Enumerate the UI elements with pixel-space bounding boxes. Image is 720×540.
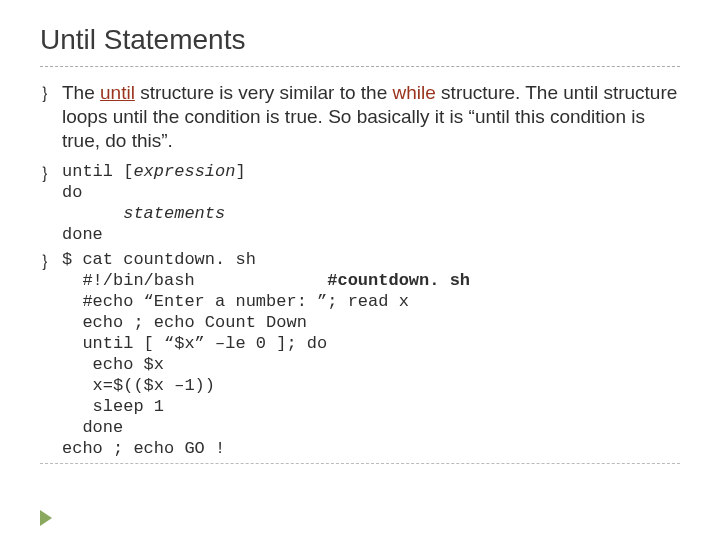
- code-line: sleep 1: [62, 397, 164, 416]
- arrow-icon: [40, 510, 52, 526]
- code-line: x=$(($x –1)): [62, 376, 215, 395]
- code-line: #!/bin/bash: [62, 271, 327, 290]
- bullet-glyph: ｝: [40, 161, 62, 185]
- syntax-block: until [expression] do statements done: [62, 161, 246, 245]
- code-line: until [: [62, 162, 133, 181]
- code-line: echo ; echo Count Down: [62, 313, 307, 332]
- code-line: #echo “Enter a number: ”; read x: [62, 292, 409, 311]
- example-block: $ cat countdown. sh #!/bin/bash #countdo…: [62, 249, 470, 459]
- code-statements: statements: [62, 204, 225, 223]
- intro-paragraph: The until structure is very similar to t…: [62, 81, 680, 153]
- bullet-glyph: ｝: [40, 249, 62, 273]
- keyword-until: until: [100, 82, 135, 103]
- text: structure is very similar to the: [135, 82, 393, 103]
- code-expression: expression: [133, 162, 235, 181]
- bullet-item-1: ｝ The until structure is very similar to…: [40, 81, 680, 153]
- bullet-item-3: ｝ $ cat countdown. sh #!/bin/bash #count…: [40, 249, 680, 459]
- code-line: done: [62, 225, 103, 244]
- slide-title: Until Statements: [40, 24, 680, 56]
- bullet-glyph: ｝: [40, 81, 62, 105]
- code-line: ]: [235, 162, 245, 181]
- code-line: $ cat countdown. sh: [62, 250, 256, 269]
- bottom-underline: [40, 463, 680, 464]
- code-line: echo ; echo GO !: [62, 439, 225, 458]
- code-line: echo $x: [62, 355, 164, 374]
- code-line: until [ “$x” –le 0 ]; do: [62, 334, 327, 353]
- title-underline: [40, 66, 680, 67]
- text: The: [62, 82, 100, 103]
- code-line: do: [62, 183, 82, 202]
- content-area: ｝ The until structure is very similar to…: [40, 81, 680, 464]
- code-filename: #countdown. sh: [327, 271, 470, 290]
- bullet-item-2: ｝ until [expression] do statements done: [40, 161, 680, 245]
- keyword-while: while: [393, 82, 436, 103]
- code-line: done: [62, 418, 123, 437]
- slide: Until Statements ｝ The until structure i…: [0, 0, 720, 540]
